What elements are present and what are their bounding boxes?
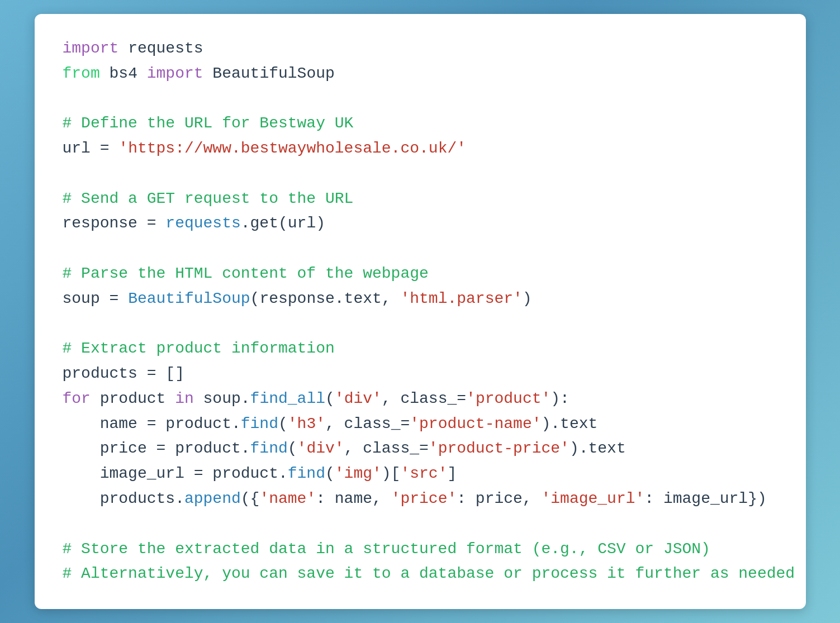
code-token: = — [137, 215, 165, 232]
code-token: # Alternatively, you can save it to a da… — [63, 565, 795, 582]
code-token: ( — [278, 415, 288, 432]
code-line: soup = BeautifulSoup(response.text, 'htm… — [63, 287, 778, 312]
code-token: : price, — [457, 490, 541, 507]
code-token: in — [175, 390, 194, 407]
code-token: 'div' — [297, 440, 344, 457]
code-token: ) — [523, 290, 532, 307]
code-token: find — [288, 465, 325, 482]
code-token: 'name' — [259, 490, 316, 507]
code-token: import — [147, 65, 203, 82]
code-token: = — [91, 140, 118, 157]
code-token: # Store the extracted data in a structur… — [63, 540, 710, 558]
code-token: import — [63, 40, 119, 57]
code-token: append — [184, 490, 241, 507]
code-token: 'h3' — [288, 415, 325, 432]
code-token: , class_= — [344, 440, 429, 457]
code-token: .get(url) — [241, 215, 325, 232]
code-token: 'image_url' — [541, 490, 644, 507]
code-line — [63, 312, 778, 337]
code-token: BeautifulSoup — [128, 290, 250, 307]
code-block: import requestsfrom bs4 import Beautiful… — [63, 36, 778, 587]
code-token: ( — [288, 440, 297, 457]
code-token: # Parse the HTML content of the webpage — [63, 265, 429, 282]
code-token: requests — [118, 40, 203, 57]
code-line: products = [] — [63, 362, 778, 387]
code-line: image_url = product.find('img')['src'] — [63, 462, 778, 487]
code-token: url — [63, 140, 91, 157]
code-token: soup. — [194, 390, 250, 407]
code-token: for — [63, 390, 91, 407]
code-token: 'product-name' — [410, 415, 541, 432]
code-token: ).text — [570, 440, 626, 457]
code-line: # Alternatively, you can save it to a da… — [63, 562, 778, 587]
code-line: url = 'https://www.bestwaywholesale.co.u… — [63, 136, 778, 161]
code-line: from bs4 import BeautifulSoup — [63, 61, 778, 87]
code-token: ).text — [542, 415, 598, 432]
code-line — [63, 161, 778, 187]
code-token: # Define the URL for Bestway UK — [63, 115, 354, 132]
code-line: for product in soup.find_all('div', clas… — [63, 387, 778, 412]
code-token: ({ — [241, 490, 260, 507]
code-token: 'product' — [466, 390, 550, 407]
code-token: (response.text, — [250, 290, 401, 307]
code-line: # Store the extracted data in a structur… — [63, 537, 778, 562]
code-token: bs4 — [100, 65, 147, 82]
code-token: find_all — [250, 390, 325, 407]
code-line: response = requests.get(url) — [63, 211, 778, 236]
code-token: image_url = product. — [63, 465, 288, 482]
code-token: 'product-price' — [429, 440, 570, 457]
code-token: 'img' — [335, 465, 382, 482]
code-token: BeautifulSoup — [203, 65, 335, 82]
code-token: 'html.parser' — [400, 290, 522, 307]
code-line: import requests — [63, 36, 778, 61]
code-line — [63, 86, 778, 111]
code-token: find — [241, 415, 278, 432]
code-token: requests — [165, 215, 240, 232]
code-line: name = product.find('h3', class_='produc… — [63, 412, 778, 437]
code-line: # Define the URL for Bestway UK — [63, 111, 778, 136]
code-token: = — [100, 290, 128, 307]
code-token: name = product. — [63, 415, 241, 432]
code-token: products. — [63, 490, 184, 507]
code-token: ): — [550, 390, 570, 407]
code-token: : name, — [316, 490, 391, 507]
code-token: price = product. — [63, 440, 250, 457]
code-token: : image_url}) — [644, 490, 766, 507]
code-token: product — [91, 390, 175, 407]
code-container: import requestsfrom bs4 import Beautiful… — [35, 14, 806, 610]
code-line — [63, 236, 778, 261]
code-token: ( — [325, 390, 335, 407]
code-token: ] — [447, 465, 457, 482]
code-token: )[ — [382, 465, 401, 482]
code-token: soup — [63, 290, 100, 307]
code-token: products = [] — [63, 365, 184, 382]
code-token: response — [63, 215, 137, 232]
code-token: 'div' — [335, 390, 382, 407]
code-token: # Send a GET request to the URL — [63, 190, 354, 207]
code-line — [63, 512, 778, 537]
code-token: , class_= — [382, 390, 466, 407]
code-token: ( — [325, 465, 335, 482]
code-line: # Send a GET request to the URL — [63, 187, 778, 212]
code-token: find — [250, 440, 288, 457]
code-token: 'price' — [391, 490, 457, 507]
code-line: # Parse the HTML content of the webpage — [63, 261, 778, 287]
code-token: 'src' — [400, 465, 447, 482]
code-token: 'https://www.bestwaywholesale.co.uk/' — [118, 140, 466, 157]
code-token: , class_= — [325, 415, 410, 432]
code-token: # Extract product information — [63, 340, 335, 357]
code-line: price = product.find('div', class_='prod… — [63, 436, 778, 462]
code-line: # Extract product information — [63, 336, 778, 362]
code-line: products.append({'name': name, 'price': … — [63, 487, 778, 512]
code-token: from — [63, 65, 100, 82]
